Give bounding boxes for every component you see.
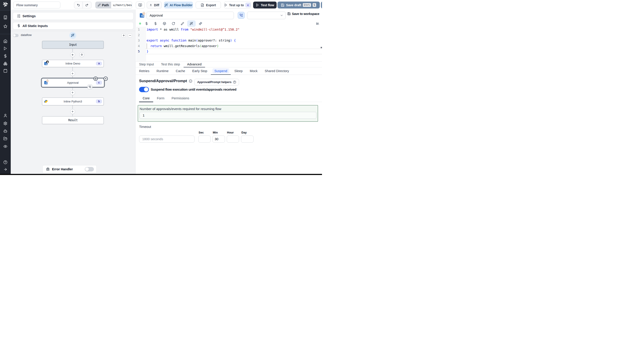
tab-test-this-step[interactable]: Test this step <box>158 62 184 67</box>
helpers-button[interactable]: Approval/Prompt helpers <box>194 79 239 85</box>
error-handler-card[interactable]: Error Handler <box>42 165 97 174</box>
favorites-icon[interactable] <box>3 24 8 28</box>
tab-form[interactable]: Form <box>153 95 168 102</box>
error-handler-toggle[interactable] <box>85 167 94 172</box>
package-button[interactable] <box>160 20 169 27</box>
windmill-logo[interactable] <box>2 1 8 7</box>
node-input[interactable]: Input <box>42 41 104 49</box>
folders-icon[interactable] <box>3 137 8 141</box>
settings-icon[interactable] <box>3 121 8 126</box>
variables-button[interactable] <box>152 20 160 27</box>
timeout-input[interactable] <box>139 136 194 143</box>
add-step-button-2[interactable] <box>70 71 75 76</box>
sec-input[interactable] <box>198 136 211 143</box>
dataflow-toggle[interactable] <box>13 34 19 37</box>
diff-icon <box>149 3 152 7</box>
hour-input[interactable] <box>227 136 239 143</box>
library-button[interactable] <box>313 20 322 27</box>
subtab-shared-directory[interactable]: Shared Directory <box>261 67 293 75</box>
wand-sparkles-icon <box>190 22 193 25</box>
dollar-icon <box>17 24 20 27</box>
tab-step-input[interactable]: Step Input <box>136 62 158 67</box>
node-move-handle[interactable] <box>94 77 98 81</box>
indent-guide <box>147 43 147 49</box>
workers-icon[interactable] <box>3 129 8 133</box>
code-token: approver?: <box>198 39 219 42</box>
tab-permissions[interactable]: Permissions <box>168 95 193 102</box>
wand-sparkles-icon <box>71 33 74 37</box>
users-icon[interactable] <box>3 114 8 118</box>
settings-label: Settings <box>22 14 36 18</box>
min-input[interactable] <box>212 136 225 143</box>
export-button[interactable]: Export <box>196 1 221 8</box>
flow-summary-input[interactable]: Flow summary <box>13 1 60 8</box>
node-close-button[interactable] <box>104 77 108 81</box>
static-inputs-card[interactable]: All Static Inputs <box>13 22 134 29</box>
graph-ai-button[interactable] <box>69 32 76 39</box>
workspace-icon[interactable] <box>3 15 8 19</box>
subtab-cache[interactable]: Cache <box>172 67 189 75</box>
variables-icon[interactable] <box>3 54 8 58</box>
step-emoji <box>142 11 146 15</box>
audit-logs-icon[interactable] <box>3 145 8 149</box>
tab-advanced[interactable]: Advanced <box>184 62 205 67</box>
step-name-input[interactable] <box>146 11 234 19</box>
settings-card[interactable]: Settings <box>13 12 134 20</box>
ai-gen-off-button[interactable] <box>196 20 205 27</box>
subtab-label: Cache <box>174 68 187 73</box>
help-icon[interactable] <box>3 160 8 164</box>
suspend-info-icon[interactable] <box>189 79 192 83</box>
add-step-button-3[interactable] <box>70 90 75 95</box>
resources-icon[interactable] <box>3 62 8 66</box>
subtab-runtime[interactable]: Runtime <box>153 67 172 75</box>
subtab-suspend[interactable]: Suspend <box>211 67 231 75</box>
undo-button[interactable] <box>74 2 83 8</box>
current-line-bottom <box>145 54 322 54</box>
step-suspend-button[interactable] <box>238 12 245 19</box>
step-kind-select[interactable] <box>247 11 286 19</box>
code-token: main <box>186 39 196 42</box>
node-result[interactable]: Result <box>42 116 104 124</box>
subtab-label: Runtime <box>154 68 170 73</box>
format-button[interactable] <box>178 20 187 27</box>
reload-button[interactable] <box>169 20 178 27</box>
add-trigger-button[interactable] <box>80 52 84 57</box>
subtab-mock[interactable]: Mock <box>246 67 261 75</box>
save-to-workspace-button[interactable]: Save to workspace <box>287 12 320 16</box>
overflow-button[interactable] <box>321 1 322 8</box>
zoom-in-button[interactable] <box>122 33 126 37</box>
save-draft-button[interactable]: Save draft Ctrl S <box>278 1 320 8</box>
assets-button[interactable] <box>142 20 151 27</box>
ai-flow-builder-button[interactable]: AI Flow Builder <box>164 1 193 8</box>
diff-button[interactable]: Diff <box>147 1 162 8</box>
tab-core[interactable]: Core <box>139 95 153 102</box>
topbar: Flow summary Path u/henri/bes Diff AI Fl… <box>11 0 322 9</box>
node-inline-python[interactable]: Inline Python3 b <box>42 98 104 105</box>
test-up-to-button[interactable]: Test up to c <box>224 1 251 8</box>
zoom-out-button[interactable] <box>128 33 132 37</box>
approvals-input[interactable] <box>140 112 316 119</box>
day-input[interactable] <box>241 136 254 143</box>
add-step-button-1[interactable] <box>70 52 75 57</box>
path-group[interactable]: Path u/henri/bes <box>95 1 132 8</box>
ai-gen-button[interactable] <box>187 20 196 27</box>
node-title: Approval <box>67 81 78 84</box>
test-flow-button[interactable]: Test flow <box>253 1 276 8</box>
chevron-down-icon <box>280 14 283 17</box>
redo-button[interactable] <box>83 2 91 8</box>
save-icon <box>281 3 284 7</box>
code-editor[interactable]: 1 2 3 4 5 import * as wmill from "windmi… <box>136 27 322 62</box>
add-step-button-4[interactable] <box>70 109 75 114</box>
node-inline-deno[interactable]: TS Inline Deno a <box>42 60 104 67</box>
expand-sidebar-icon[interactable] <box>3 168 8 172</box>
home-icon[interactable] <box>3 39 8 43</box>
bottom-strip <box>0 174 322 175</box>
book-button[interactable] <box>136 1 144 8</box>
runs-icon[interactable] <box>3 46 8 50</box>
package-icon <box>163 22 166 25</box>
subtab-early-stop[interactable]: Early Stop <box>189 67 211 75</box>
subtab-retries[interactable]: Retries <box>136 67 153 75</box>
schedules-icon[interactable] <box>3 69 8 73</box>
subtab-sleep[interactable]: Sleep <box>231 67 246 75</box>
suspend-toggle[interactable] <box>139 87 149 92</box>
